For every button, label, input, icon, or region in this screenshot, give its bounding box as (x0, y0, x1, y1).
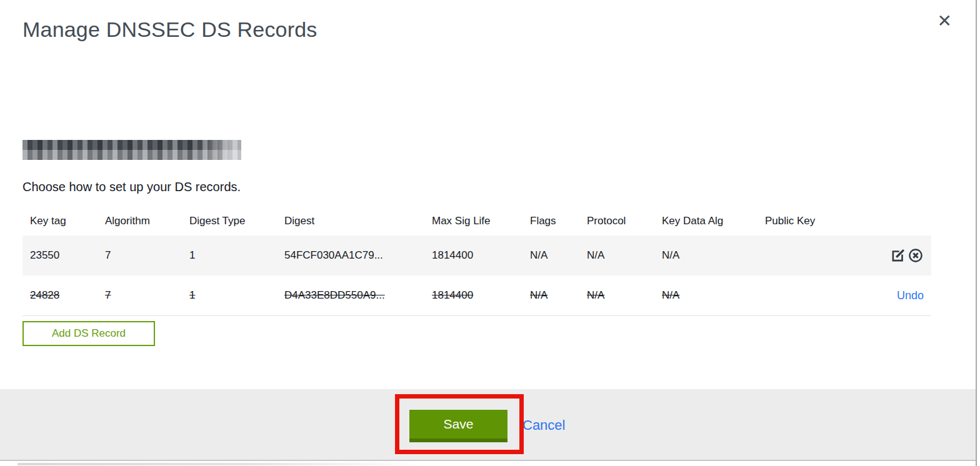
col-header-flags: Flags (530, 215, 587, 227)
row-actions: Undo (859, 289, 931, 302)
delete-record-icon[interactable] (908, 247, 924, 264)
redacted-domain-name (22, 140, 241, 160)
col-header-protocol: Protocol (587, 215, 662, 227)
col-header-digest-type: Digest Type (189, 215, 284, 227)
col-header-key-data-alg: Key Data Alg (662, 215, 765, 227)
dnssec-ds-records-modal: Manage DNSSEC DS Records ✕ Choose how to… (0, 0, 977, 466)
add-ds-record-button[interactable]: Add DS Record (22, 321, 155, 346)
cell-protocol: N/A (587, 289, 662, 302)
table-header-row: Key tag Algorithm Digest Type Digest Max… (22, 207, 931, 235)
table-row-deleted: 24828 7 1 D4A33E8DD550A9... 1814400 N/A … (22, 275, 931, 315)
cell-flags: N/A (530, 249, 587, 262)
cell-flags: N/A (530, 289, 587, 302)
save-button[interactable]: Save (409, 410, 508, 442)
cell-algorithm: 7 (105, 249, 189, 262)
cell-key-tag: 24828 (30, 289, 105, 302)
cell-digest-type: 1 (189, 289, 284, 302)
cell-digest-type: 1 (189, 249, 284, 262)
page-title: Manage DNSSEC DS Records (22, 17, 318, 42)
table-row: 23550 7 1 54FCF030AA1C79... 1814400 N/A … (22, 235, 931, 275)
cell-protocol: N/A (587, 249, 662, 262)
edit-record-icon[interactable] (890, 247, 906, 264)
instruction-text: Choose how to set up your DS records. (22, 179, 241, 195)
col-header-key-tag: Key tag (30, 215, 105, 227)
ds-records-table: Key tag Algorithm Digest Type Digest Max… (22, 207, 931, 316)
page-bottom-artifact (18, 463, 442, 465)
cell-key-data-alg: N/A (662, 249, 765, 262)
undo-link[interactable]: Undo (897, 289, 924, 302)
cell-key-tag: 23550 (30, 249, 105, 262)
cell-max-sig-life: 1814400 (432, 249, 530, 262)
cell-key-data-alg: N/A (662, 289, 765, 302)
col-header-max-sig-life: Max Sig Life (432, 215, 530, 227)
cancel-link[interactable]: Cancel (522, 417, 565, 434)
cell-algorithm: 7 (105, 289, 189, 302)
col-header-digest: Digest (284, 215, 432, 227)
cell-digest: D4A33E8DD550A9... (284, 289, 432, 302)
col-header-public-key: Public Key (765, 215, 859, 227)
row-actions (859, 247, 931, 264)
col-header-algorithm: Algorithm (105, 215, 189, 227)
cell-max-sig-life: 1814400 (432, 289, 530, 302)
close-icon[interactable]: ✕ (938, 12, 952, 30)
modal-footer: Save Cancel (0, 389, 976, 461)
cell-digest: 54FCF030AA1C79... (284, 249, 432, 262)
